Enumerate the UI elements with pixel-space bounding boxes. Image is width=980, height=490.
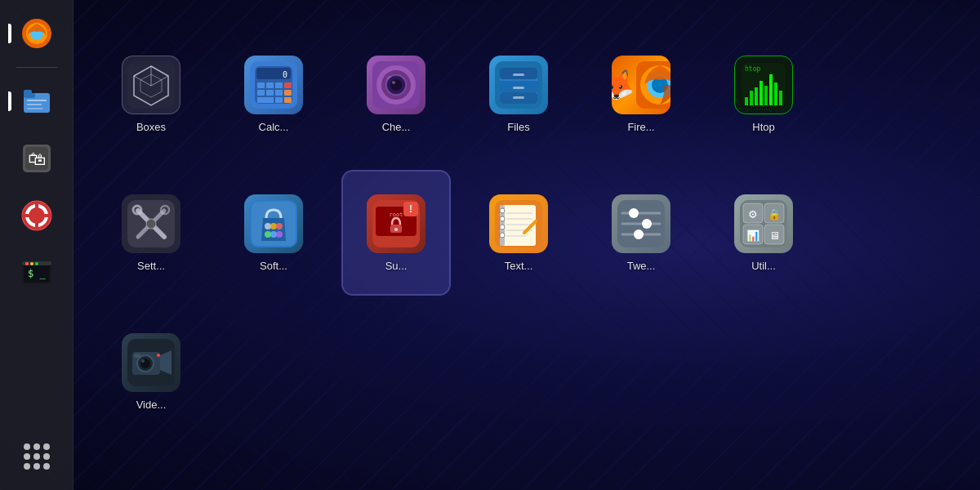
svg-rect-71	[760, 81, 763, 105]
help-sidebar-icon	[20, 198, 54, 233]
svg-rect-37	[275, 82, 283, 88]
app-grid: Boxes 0 Calc...	[74, 0, 980, 490]
app-item-cheese[interactable]: Che...	[343, 33, 449, 155]
svg-text:🖥: 🖥	[769, 229, 780, 242]
svg-rect-15	[35, 222, 38, 230]
svg-rect-75	[779, 91, 782, 105]
app-item-text[interactable]: Text...	[466, 172, 572, 294]
svg-text:🛍: 🛍	[28, 149, 46, 169]
calc-icon: 0	[244, 56, 303, 114]
svg-rect-68	[745, 97, 748, 105]
svg-rect-17	[43, 214, 51, 217]
svg-text:$ _: $ _	[28, 268, 46, 279]
su-icon: ! root	[367, 194, 425, 253]
sidebar-separator-1	[16, 67, 57, 68]
sidebar-item-app-drawer[interactable]	[10, 430, 64, 483]
software-label: Soft...	[260, 260, 287, 272]
svg-rect-40	[266, 90, 274, 96]
svg-point-135	[157, 354, 160, 357]
app-item-video[interactable]: Vide...	[98, 310, 204, 433]
svg-point-90	[276, 231, 283, 238]
sidebar-item-firefox[interactable]	[10, 7, 64, 60]
tweaks-icon	[612, 194, 670, 253]
sidebar-item-terminal[interactable]: $ _	[10, 246, 64, 300]
svg-rect-43	[257, 97, 274, 103]
svg-rect-45	[284, 97, 292, 103]
svg-text:📊: 📊	[746, 229, 760, 243]
app-item-tweaks[interactable]: Twe...	[588, 172, 694, 294]
svg-point-24	[35, 262, 38, 265]
svg-rect-134	[134, 354, 140, 358]
svg-point-53	[392, 81, 395, 84]
svg-point-80	[146, 219, 156, 229]
firefox-icon	[612, 56, 670, 114]
firefox-sidebar-icon	[20, 16, 54, 51]
svg-rect-7	[27, 104, 42, 105]
svg-point-86	[270, 223, 277, 229]
su-label: Su...	[385, 260, 408, 272]
app-item-settings[interactable]: Sett...	[98, 172, 204, 294]
settings-icon	[122, 194, 180, 253]
app-item-files[interactable]: Files	[466, 33, 572, 155]
software-sidebar-icon: 🛍	[20, 141, 54, 176]
utilities-label: Util...	[751, 260, 776, 272]
svg-rect-6	[27, 100, 47, 101]
svg-point-52	[390, 79, 402, 91]
app-drawer-icon	[24, 443, 50, 470]
svg-rect-5	[24, 90, 32, 95]
sidebar-item-software[interactable]: 🛍	[10, 131, 64, 185]
htop-icon: htop	[734, 56, 793, 114]
app-item-firefox[interactable]: Fire...	[588, 33, 694, 155]
svg-rect-70	[755, 87, 758, 105]
app-item-boxes[interactable]: Boxes	[98, 33, 204, 155]
app-item-software[interactable]: Soft...	[220, 172, 327, 294]
video-icon	[122, 333, 180, 392]
software-icon	[244, 194, 303, 253]
svg-text:⚙: ⚙	[748, 208, 758, 220]
svg-point-96	[394, 228, 398, 231]
app-item-calc[interactable]: 0 Calc...	[220, 33, 327, 155]
svg-point-85	[265, 223, 271, 229]
sidebar-item-help[interactable]	[10, 189, 64, 243]
boxes-label: Boxes	[136, 121, 166, 133]
sidebar-item-files[interactable]	[10, 74, 64, 128]
svg-rect-72	[764, 86, 768, 105]
cheese-icon	[367, 56, 425, 114]
svg-rect-41	[275, 90, 283, 96]
app-item-su[interactable]: ! root Su...	[343, 172, 449, 294]
svg-rect-58	[513, 74, 524, 76]
svg-point-103	[500, 225, 505, 229]
app-item-utilities[interactable]: ⚙ 🔒 📊 🖥 Util...	[710, 172, 817, 294]
svg-point-102	[500, 216, 505, 221]
boxes-icon	[122, 56, 180, 114]
svg-rect-61	[513, 96, 524, 99]
svg-rect-74	[774, 82, 777, 105]
app-item-htop[interactable]: htop Htop	[710, 33, 817, 155]
text-icon	[489, 194, 548, 253]
video-label: Vide...	[136, 399, 167, 411]
svg-rect-16	[22, 214, 30, 217]
calc-label: Calc...	[259, 121, 289, 133]
svg-text:htop: htop	[745, 65, 760, 73]
svg-text:!: !	[409, 203, 412, 215]
files-icon	[489, 56, 548, 114]
svg-point-104	[500, 233, 505, 238]
svg-rect-59	[513, 87, 524, 89]
svg-rect-14	[35, 201, 38, 209]
sidebar: 🛍 $ _	[0, 0, 74, 490]
tweaks-label: Twe...	[627, 260, 656, 272]
terminal-sidebar-icon: $ _	[20, 256, 54, 290]
svg-point-101	[500, 208, 505, 213]
firefox-label: Fire...	[627, 121, 654, 133]
svg-rect-69	[750, 91, 753, 105]
svg-rect-8	[27, 108, 43, 109]
htop-label: Htop	[752, 121, 774, 133]
svg-point-133	[141, 359, 145, 363]
svg-rect-39	[257, 90, 265, 96]
svg-rect-35	[257, 82, 265, 88]
svg-rect-44	[275, 97, 283, 103]
svg-rect-38	[284, 82, 292, 88]
svg-point-23	[30, 262, 33, 265]
svg-rect-73	[769, 74, 773, 105]
svg-point-88	[265, 231, 271, 238]
